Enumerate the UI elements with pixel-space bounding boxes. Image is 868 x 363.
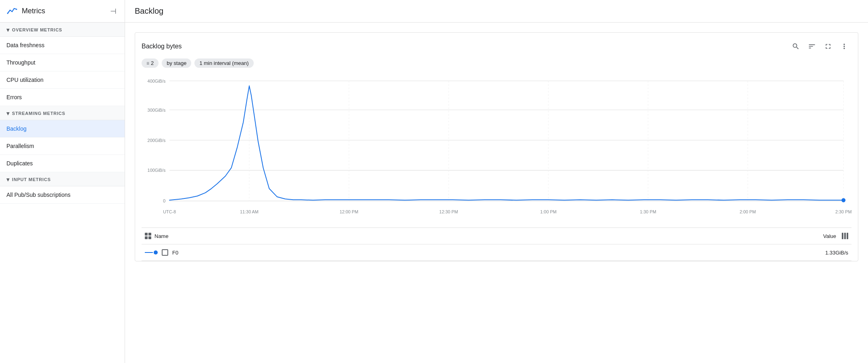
svg-text:12:30 PM: 12:30 PM bbox=[439, 209, 458, 214]
sidebar: Metrics ⊣ ▾ OVERVIEW METRICS Data freshn… bbox=[0, 0, 125, 363]
section-label-overview: OVERVIEW METRICS bbox=[12, 27, 62, 32]
svg-text:0: 0 bbox=[163, 198, 165, 203]
svg-text:UTC-8: UTC-8 bbox=[163, 209, 176, 214]
main-content: Backlog bytes bbox=[125, 23, 868, 363]
main-panel: Backlog Backlog bytes bbox=[125, 0, 868, 363]
sidebar-item-backlog[interactable]: Backlog bbox=[0, 120, 125, 138]
legend-checkbox-f0[interactable] bbox=[162, 249, 168, 256]
svg-text:2:00 PM: 2:00 PM bbox=[740, 209, 756, 214]
svg-text:12:00 PM: 12:00 PM bbox=[340, 209, 359, 214]
legend-name-header: Name bbox=[154, 233, 169, 239]
sidebar-item-errors[interactable]: Errors bbox=[0, 89, 125, 106]
collapse-icon: ⊣ bbox=[110, 7, 117, 16]
legend-line-f0 bbox=[145, 250, 158, 255]
svg-text:1:00 PM: 1:00 PM bbox=[540, 209, 556, 214]
sidebar-item-pubsub[interactable]: All Pub/Sub subscriptions bbox=[0, 186, 125, 204]
section-label-input: INPUT METRICS bbox=[12, 177, 51, 182]
filter-chip-count[interactable]: ≡ 2 bbox=[142, 58, 159, 68]
chip-by-stage-label: by stage bbox=[167, 60, 186, 66]
legend-row-f0: F0 1.33GiB/s bbox=[142, 244, 851, 261]
columns-icon[interactable] bbox=[842, 233, 848, 239]
svg-text:1:30 PM: 1:30 PM bbox=[640, 209, 656, 214]
chart-card: Backlog bytes bbox=[135, 32, 858, 261]
more-vert-icon-button[interactable] bbox=[837, 39, 851, 54]
svg-text:11:30 AM: 11:30 AM bbox=[240, 209, 259, 214]
legend-value-f0: 1.33GiB/s bbox=[825, 250, 848, 256]
section-header-input[interactable]: ▾ INPUT METRICS bbox=[0, 172, 125, 186]
legend-header: Name Value bbox=[142, 228, 851, 244]
sidebar-header-left: Metrics bbox=[6, 6, 45, 17]
page-title: Backlog bbox=[135, 6, 163, 16]
sidebar-item-throughput[interactable]: Throughput bbox=[0, 54, 125, 71]
filter-chip-by-stage[interactable]: by stage bbox=[162, 58, 191, 68]
main-header: Backlog bbox=[125, 0, 868, 23]
sidebar-item-parallelism[interactable]: Parallelism bbox=[0, 138, 125, 155]
fullscreen-icon-button[interactable] bbox=[821, 39, 835, 54]
section-header-streaming[interactable]: ▾ STREAMING METRICS bbox=[0, 106, 125, 120]
legend-table: Name Value bbox=[142, 227, 851, 261]
svg-text:300GiB/s: 300GiB/s bbox=[148, 107, 166, 112]
sidebar-item-data-freshness[interactable]: Data freshness bbox=[0, 37, 125, 54]
legend-grid-icon[interactable] bbox=[145, 233, 151, 239]
legend-header-right: Value bbox=[823, 233, 848, 239]
legend-dash-f0 bbox=[145, 252, 153, 253]
svg-point-1 bbox=[16, 8, 17, 10]
svg-text:200GiB/s: 200GiB/s bbox=[148, 138, 166, 142]
sidebar-item-cpu-utilization[interactable]: CPU utilization bbox=[0, 71, 125, 89]
chart-area: 400GiB/s 300GiB/s 200GiB/s 100GiB/s 0 UT… bbox=[142, 73, 851, 226]
svg-point-27 bbox=[841, 198, 845, 202]
legend-value-header: Value bbox=[823, 233, 836, 239]
svg-point-0 bbox=[7, 13, 8, 14]
filter-icon: ≡ bbox=[146, 60, 149, 66]
chart-top-row: Backlog bytes bbox=[142, 39, 851, 54]
section-label-streaming: STREAMING METRICS bbox=[12, 111, 65, 116]
filter-chips: ≡ 2 by stage 1 min interval (mean) bbox=[142, 58, 851, 68]
filter-chip-interval[interactable]: 1 min interval (mean) bbox=[194, 58, 253, 68]
search-icon-button[interactable] bbox=[789, 39, 803, 54]
app-title: Metrics bbox=[22, 7, 45, 15]
chevron-down-icon-streaming: ▾ bbox=[6, 110, 10, 117]
legend-row-left-f0: F0 bbox=[145, 249, 178, 256]
chart-title: Backlog bytes bbox=[142, 43, 182, 50]
chart-actions bbox=[789, 39, 851, 54]
metrics-logo-icon bbox=[6, 6, 18, 17]
filter-list-icon-button[interactable] bbox=[805, 39, 819, 54]
sidebar-header: Metrics ⊣ bbox=[0, 0, 125, 23]
legend-dot-f0 bbox=[154, 250, 158, 255]
section-header-overview[interactable]: ▾ OVERVIEW METRICS bbox=[0, 23, 125, 37]
legend-name-f0: F0 bbox=[172, 250, 178, 256]
svg-text:100GiB/s: 100GiB/s bbox=[148, 168, 166, 173]
chip-interval-label: 1 min interval (mean) bbox=[199, 60, 248, 66]
chip-count-label: 2 bbox=[151, 60, 154, 66]
sidebar-item-duplicates[interactable]: Duplicates bbox=[0, 155, 125, 172]
chevron-down-icon: ▾ bbox=[6, 27, 10, 33]
legend-header-left: Name bbox=[145, 233, 169, 239]
svg-text:400GiB/s: 400GiB/s bbox=[148, 78, 166, 83]
chart-svg: 400GiB/s 300GiB/s 200GiB/s 100GiB/s 0 UT… bbox=[142, 73, 851, 226]
chevron-down-icon-input: ▾ bbox=[6, 176, 10, 183]
sidebar-collapse-button[interactable]: ⊣ bbox=[108, 5, 118, 17]
svg-text:2:30 PM: 2:30 PM bbox=[835, 209, 851, 214]
